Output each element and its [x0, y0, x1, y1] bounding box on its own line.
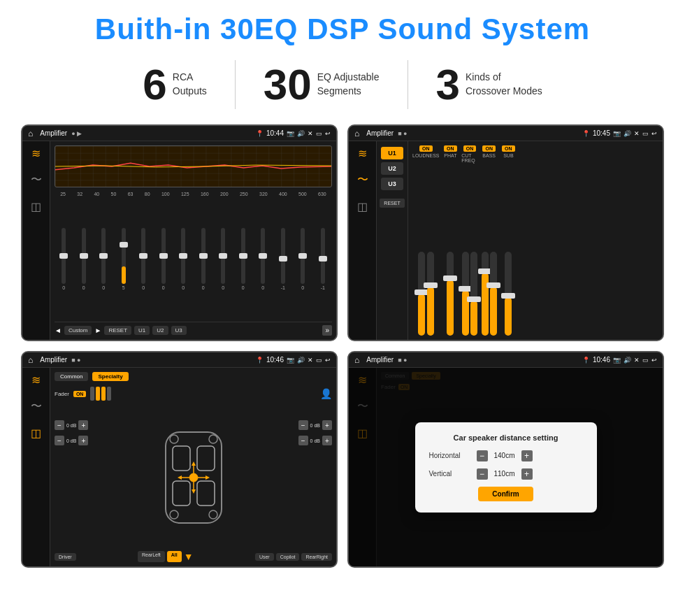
eq-track-10[interactable]	[241, 228, 245, 284]
eq-expand-btn[interactable]: »	[322, 325, 332, 336]
eq-graph	[55, 145, 332, 187]
eq-next-btn[interactable]: ►	[94, 327, 101, 334]
stat-eq: 30 EQ AdjustableSegments	[236, 63, 408, 106]
speaker-down-arrow-icon[interactable]: ▼	[184, 551, 194, 562]
left-top-minus[interactable]: −	[55, 420, 64, 430]
horizontal-minus-btn[interactable]: −	[477, 450, 488, 461]
eq-track-13[interactable]	[301, 228, 305, 284]
speaker-tab-specialty[interactable]: Specialty	[92, 372, 128, 381]
cross-reset-btn[interactable]: RESET	[380, 199, 405, 208]
cross-bass-slider-g[interactable]	[490, 252, 497, 336]
eq-sidebar-vol-icon[interactable]: ◫	[31, 200, 41, 213]
horizontal-label: Horizontal	[429, 452, 471, 459]
right-top-minus[interactable]: −	[298, 420, 308, 430]
speaker-sidebar-wave-icon[interactable]: 〜	[31, 399, 42, 414]
cross-u3-btn[interactable]: U3	[381, 178, 403, 190]
cross-u2-btn[interactable]: U2	[381, 162, 403, 175]
speaker-user-btn[interactable]: User	[255, 553, 274, 561]
eq-track-7[interactable]	[181, 228, 185, 284]
vertical-plus-btn[interactable]: +	[521, 468, 533, 480]
cross-cutfreq-on[interactable]: ON	[463, 145, 477, 152]
speaker-rearright-btn[interactable]: RearRight	[301, 553, 332, 561]
speaker-middle-btns: RearLeft All ▼	[138, 551, 194, 562]
eq-reset-btn[interactable]: RESET	[104, 326, 131, 335]
speaker-sidebar-eq-icon[interactable]: ≋	[31, 373, 41, 387]
eq-slider-2: 0	[75, 228, 94, 290]
left-bottom-plus[interactable]: +	[78, 436, 88, 445]
horizontal-plus-btn[interactable]: +	[521, 450, 533, 461]
eq-track-3[interactable]	[101, 228, 106, 284]
eq-track-5[interactable]	[141, 228, 145, 284]
cross-phat-slider[interactable]	[447, 252, 454, 336]
cross-phat-on[interactable]: ON	[444, 145, 457, 152]
left-top-plus[interactable]: +	[78, 420, 88, 430]
cross-sidebar-vol-icon[interactable]: ◫	[357, 200, 368, 213]
eq-u2-btn[interactable]: U2	[152, 326, 168, 335]
eq-track-12[interactable]	[281, 228, 285, 284]
horizontal-value: 140cm	[491, 452, 519, 459]
speaker-home-icon[interactable]: ⌂	[28, 355, 33, 365]
speaker-car-layout: − 0 dB + − 0 dB +	[55, 406, 332, 548]
speaker-screen-content: ≋ 〜 ◫ Common Specialty Fader ON	[22, 368, 336, 566]
vertical-minus-btn[interactable]: −	[477, 468, 488, 480]
cross-sub-slider[interactable]	[505, 252, 512, 336]
right-bottom-minus[interactable]: −	[298, 436, 308, 445]
screenshots-grid: ⌂ Amplifier ● ▶ 📍 10:44 📷 🔊 ✕ ▭ ↩ ≋ 〜 ◫	[21, 124, 664, 568]
eq-u3-btn[interactable]: U3	[171, 326, 187, 335]
dialog-x-icon: ✕	[634, 357, 640, 364]
eq-track-8[interactable]	[201, 228, 206, 284]
eq-track-4[interactable]	[122, 228, 126, 284]
eq-u1-btn[interactable]: U1	[134, 326, 150, 335]
cross-sub-on[interactable]: ON	[502, 145, 515, 152]
eq-sidebar-wave-icon[interactable]: 〜	[31, 173, 42, 187]
speaker-copilot-btn[interactable]: Copilot	[276, 553, 300, 561]
cross-sub-label: SUB	[503, 153, 513, 158]
speaker-back-icon[interactable]: ↩	[325, 357, 331, 364]
right-bottom-plus[interactable]: +	[322, 436, 332, 445]
cross-loudness-slider-r[interactable]	[427, 252, 434, 336]
cross-back-icon[interactable]: ↩	[651, 130, 657, 137]
eq-custom-btn[interactable]: Custom	[64, 326, 92, 335]
speaker-screen-title: Amplifier	[40, 356, 67, 364]
eq-home-icon[interactable]: ⌂	[28, 129, 33, 138]
right-top-plus[interactable]: +	[322, 420, 332, 430]
fader-bar-2	[96, 387, 100, 401]
eq-track-2[interactable]	[82, 228, 86, 284]
cross-bass-on[interactable]: ON	[482, 145, 496, 152]
cross-location-icon: 📍	[582, 130, 590, 137]
eq-back-icon[interactable]: ↩	[325, 130, 331, 137]
confirm-button[interactable]: Confirm	[478, 487, 533, 501]
cross-loudness-on[interactable]: ON	[419, 145, 433, 152]
speaker-sidebar-vol-icon[interactable]: ◫	[31, 427, 41, 440]
cross-sidebar-wave-icon[interactable]: 〜	[357, 173, 368, 187]
eq-track-6[interactable]	[161, 228, 166, 284]
eq-prev-btn[interactable]: ◄	[55, 327, 62, 334]
cross-loudness-slider-l[interactable]	[418, 252, 425, 336]
fader-on-badge[interactable]: ON	[73, 391, 87, 397]
eq-track-11[interactable]	[261, 228, 265, 284]
eq-slider-8: 0	[194, 228, 213, 290]
cross-sidebar-eq-icon[interactable]: ≋	[358, 147, 367, 160]
cross-u1-btn[interactable]: U1	[381, 147, 403, 159]
cross-cutfreq-slider-f[interactable]	[462, 252, 469, 336]
vertical-label: Vertical	[429, 470, 471, 478]
cross-loudness: ON LOUDNESS	[412, 145, 440, 336]
eq-screen-title: Amplifier	[40, 129, 67, 137]
dialog-back-icon[interactable]: ↩	[651, 357, 657, 364]
eq-track-9[interactable]	[221, 228, 225, 284]
cross-bass-slider-f[interactable]	[482, 252, 489, 336]
left-bottom-minus[interactable]: −	[55, 436, 64, 445]
cross-cutfreq-slider-g[interactable]	[470, 252, 477, 336]
eq-track-1[interactable]	[62, 228, 66, 284]
speaker-all-btn[interactable]: All	[167, 551, 182, 562]
cross-cutfreq: ON CUT FREQ	[461, 145, 478, 336]
speaker-rearleft-btn[interactable]: RearLeft	[138, 551, 165, 562]
cross-screen-title: Amplifier	[366, 129, 394, 137]
speaker-tab-common[interactable]: Common	[55, 372, 88, 381]
cross-home-icon[interactable]: ⌂	[354, 129, 359, 138]
eq-sidebar-eq-icon[interactable]: ≋	[31, 147, 41, 160]
speaker-driver-btn[interactable]: Driver	[55, 553, 76, 561]
cross-phat-label: PHAT	[444, 153, 456, 158]
dialog-home-icon[interactable]: ⌂	[354, 355, 359, 365]
eq-track-14[interactable]	[321, 228, 325, 284]
